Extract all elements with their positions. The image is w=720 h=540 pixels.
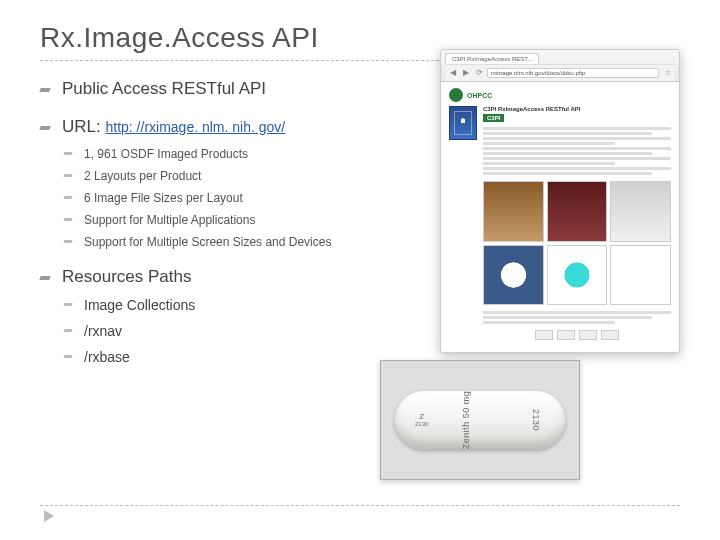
address-bar: rximage.nlm.nih.gov/docs/doku.php (487, 68, 659, 78)
footer-logo-icon (535, 330, 553, 340)
c3pi-badge: C3PI (483, 114, 504, 122)
forward-icon: ▶ (461, 68, 471, 78)
star-icon: ☆ (662, 68, 672, 78)
footer-logo-icon (579, 330, 597, 340)
bullet-public-access: Public Access RESTful API (40, 79, 410, 99)
sub-bullet: 6 Image File Sizes per Layout (62, 191, 410, 205)
ohpcc-label: OHPCC (467, 92, 492, 99)
next-arrow-icon (44, 510, 54, 522)
imprint-left: Zenith 50 mg (461, 391, 471, 450)
bullet-url: URL: http: //rximage. nlm. nih. gov/ 1, … (40, 117, 410, 249)
sub-bullet: Support for Multiple Screen Sizes and De… (62, 235, 410, 249)
capsule-graphic: Z 2130 Zenith 50 mg 2130 (395, 391, 565, 449)
footer-logo-icon (557, 330, 575, 340)
content-right: C3PI RxImageAccess REST... ◀ ▶ ⟳ rximage… (440, 49, 680, 353)
ohpcc-logo-icon (449, 88, 463, 102)
thumbnail-grid (483, 181, 671, 305)
bullet-text: Resources Paths (62, 267, 191, 286)
content-left: Public Access RESTful API URL: http: //r… (40, 79, 420, 383)
pill-image: Z 2130 Zenith 50 mg 2130 (380, 360, 580, 480)
url-label: URL: (62, 117, 105, 136)
slide-footer (40, 505, 680, 522)
imprint-right: 2130 (531, 409, 541, 431)
imprint-logo: Z 2130 (415, 413, 428, 427)
reload-icon: ⟳ (474, 68, 484, 78)
page-heading: C3PI RxImageAccess RESTful API (483, 106, 671, 112)
sub-bullet: Support for Multiple Applications (62, 213, 410, 227)
bullet-text: Public Access RESTful API (62, 79, 266, 98)
url-link[interactable]: http: //rximage. nlm. nih. gov/ (105, 119, 285, 135)
back-icon: ◀ (448, 68, 458, 78)
sub-bullet: 1, 961 OSDF Imaged Products (62, 147, 410, 161)
nlm-badge-icon (449, 106, 477, 140)
sub-bullet: Image Collections (62, 297, 410, 313)
bullet-resources: Resources Paths Image Collections /rxnav… (40, 267, 410, 365)
browser-screenshot: C3PI RxImageAccess REST... ◀ ▶ ⟳ rximage… (440, 49, 680, 353)
sub-bullet: /rxbase (62, 349, 410, 365)
browser-tab: C3PI RxImageAccess REST... (445, 53, 539, 64)
sub-bullet: /rxnav (62, 323, 410, 339)
footer-logo-icon (601, 330, 619, 340)
sub-bullet: 2 Layouts per Product (62, 169, 410, 183)
